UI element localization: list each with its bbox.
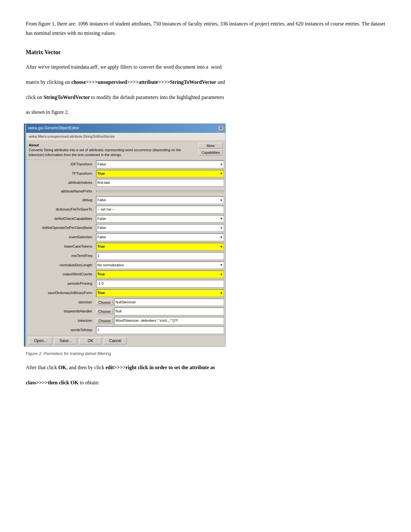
table-row: periodicPruning-1 0: [26, 279, 225, 289]
intro-paragraph: From figure 1, there are: 1096 instances…: [26, 19, 385, 38]
choose-value: WordTokenizer -delimiters " \r\n\t.,;:'"…: [114, 317, 224, 325]
table-row: wordsToKeep1: [26, 326, 225, 335]
choose-row: ChooseNullStemmer: [96, 299, 224, 306]
close-icon: ✕: [220, 125, 222, 131]
table-row: invertSelectionFalse▼: [26, 233, 225, 242]
param-value-cell: False▼: [95, 233, 225, 242]
table-row: normalizeDocLengthNo normalization▼: [26, 261, 225, 270]
param-value-cell: False▼: [95, 214, 225, 223]
dropdown-arrow-icon: ▼: [220, 262, 223, 268]
param-value-cell: No normalization▼: [95, 261, 225, 270]
para2-line4: as shown in figure 2.: [26, 108, 385, 117]
param-label: lowerCaseTokens: [26, 242, 95, 251]
weka-title: weka.gui.GenericObjectEditor: [28, 125, 79, 132]
dropdown-field[interactable]: False▼: [96, 196, 224, 204]
dropdown-field[interactable]: False▼: [96, 233, 224, 241]
weka-titlebar: weka.gui.GenericObjectEditor ✕: [26, 124, 225, 133]
bold-edit-path: edit>>>>right click in order to set the …: [105, 365, 215, 370]
para2-line2: matrix by clicking on choose>>>>unsuperv…: [26, 78, 385, 87]
dropdown-value: False: [97, 197, 106, 203]
bold-choose-path: choose>>>>unsupervised>>>>attribute>>>>S…: [71, 79, 216, 85]
dropdown-value: True: [97, 171, 105, 177]
param-label: debug: [26, 195, 95, 205]
save-button[interactable]: Save...: [54, 337, 77, 344]
input-field[interactable]: first-last: [96, 179, 224, 187]
about-description: Converts String attributes into a set of…: [29, 148, 195, 158]
about-text-block: About Converts String attributes into a …: [29, 143, 195, 158]
dropdown-field[interactable]: True▼: [96, 170, 224, 178]
weka-about-section: About Converts String attributes into a …: [26, 141, 225, 160]
dropdown-field[interactable]: True▼: [96, 243, 224, 251]
param-label: stopwordsHandler: [26, 307, 95, 316]
input-field[interactable]: -1 0: [96, 280, 224, 288]
table-row: TFTransformTrue▼: [26, 169, 225, 178]
dropdown-field[interactable]: False▼: [96, 224, 224, 232]
dropdown-field[interactable]: False▼: [96, 215, 224, 223]
choose-value: NullStemmer: [114, 299, 224, 306]
param-label: attributeNamePrefix: [26, 188, 95, 196]
param-value-cell: -- set me --: [95, 205, 225, 214]
dropdown-arrow-icon: ▼: [220, 291, 223, 296]
dropdown-field[interactable]: True▼: [96, 271, 224, 278]
open-button[interactable]: Open...: [29, 337, 52, 344]
table-row: minTermFreq1: [26, 251, 225, 261]
table-row: saveDictionaryInBinaryFormTrue▼: [26, 288, 225, 298]
choose-button[interactable]: Choose: [96, 300, 113, 305]
ok-button[interactable]: OK: [79, 337, 102, 344]
input-field[interactable]: 1: [96, 252, 224, 260]
param-value-cell: [95, 188, 225, 196]
figure-caption: Figure 2: Parmeters for training datset …: [26, 350, 385, 357]
param-label: stemmer: [26, 298, 95, 307]
para2-line3: click on StringToWordVector to modify th…: [26, 93, 385, 102]
input-field[interactable]: 1: [96, 326, 224, 334]
param-value-cell: True▼: [95, 242, 225, 251]
intro-text: From figure 1, there are: 1096 instances…: [26, 21, 385, 36]
about-buttons: More Capabilities: [199, 143, 223, 158]
table-row: IDFTransformFalse▼: [26, 160, 225, 169]
capabilities-button[interactable]: Capabilities: [199, 150, 223, 155]
table-row: doNotOperateOnPerClassBasisFalse▼: [26, 223, 225, 233]
choose-button[interactable]: Choose: [96, 318, 113, 323]
input-field[interactable]: -- set me --: [96, 206, 224, 213]
param-label: minTermFreq: [26, 251, 95, 261]
param-label: TFTransform: [26, 169, 95, 178]
table-row: outputWordCountsTrue▼: [26, 270, 225, 279]
bold-stringtowordvector: StringToWordVector: [44, 94, 90, 100]
dropdown-value: False: [97, 216, 106, 222]
param-label: periodicPruning: [26, 279, 95, 289]
parameters-table: IDFTransformFalse▼TFTransformTrue▼attrib…: [26, 160, 225, 335]
about-label: About: [29, 143, 195, 148]
dropdown-value: True: [97, 243, 105, 250]
param-label: doNotOperateOnPerClassBasis: [26, 223, 95, 233]
table-row: lowerCaseTokensTrue▼: [26, 242, 225, 251]
param-value-cell: ChooseNullStemmer: [95, 298, 225, 307]
param-value-cell: False▼: [95, 223, 225, 233]
dropdown-field[interactable]: True▼: [96, 289, 224, 297]
param-value-cell: first-last: [95, 178, 225, 188]
param-label: invertSelection: [26, 233, 95, 242]
cancel-button[interactable]: Cancel: [104, 337, 127, 344]
table-row: tokenizerChooseWordTokenizer -delimiters…: [26, 316, 225, 326]
dropdown-field[interactable]: False▼: [96, 161, 224, 168]
dialog-close-button[interactable]: ✕: [218, 126, 223, 131]
dropdown-value: No normalization: [97, 262, 124, 269]
bottom-buttons: Open... Save... OK Cancel: [26, 335, 225, 346]
dropdown-arrow-icon: ▼: [220, 272, 223, 277]
para3-line1: After that click OK, and then by click e…: [26, 363, 385, 372]
weka-dialog: weka.gui.GenericObjectEditor ✕ weka.filt…: [26, 123, 226, 347]
dropdown-arrow-icon: ▼: [220, 235, 223, 240]
more-button[interactable]: More: [199, 143, 223, 149]
param-label: normalizeDocLength: [26, 261, 95, 270]
param-label: dictionaryFileToSaveTo: [26, 205, 95, 214]
bold-class-ok: class>>>>then click OK: [26, 380, 79, 385]
table-row: doNotCheckCapabilitiesFalse▼: [26, 214, 225, 223]
table-row: debugFalse▼: [26, 195, 225, 205]
dropdown-arrow-icon: ▼: [220, 216, 223, 221]
param-value-cell: False▼: [95, 160, 225, 169]
table-row: attributeNamePrefix: [26, 188, 225, 196]
choose-button[interactable]: Choose: [96, 309, 113, 314]
dropdown-field[interactable]: No normalization▼: [96, 261, 224, 269]
input-field[interactable]: [96, 191, 224, 192]
param-label: outputWordCounts: [26, 270, 95, 279]
param-label: doNotCheckCapabilities: [26, 214, 95, 223]
